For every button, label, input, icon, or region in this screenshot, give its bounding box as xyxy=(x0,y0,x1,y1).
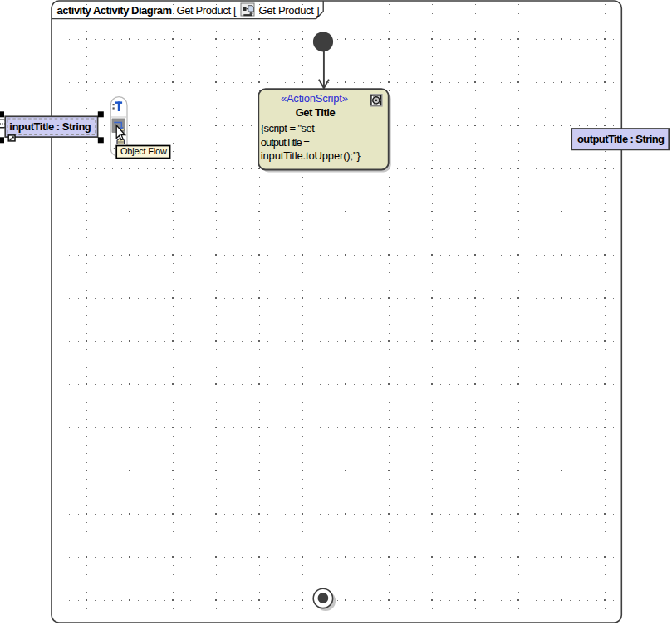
svg-text:activity Activity Diagram: activity Activity Diagram xyxy=(57,4,173,17)
svg-text:inputTitle.toUpper();"}: inputTitle.toUpper();"} xyxy=(261,149,361,162)
svg-text:Get Title: Get Title xyxy=(296,106,336,119)
svg-text:«ActionScript»: «ActionScript» xyxy=(281,92,348,105)
svg-text:outputTitle : String: outputTitle : String xyxy=(577,133,665,145)
svg-text:inputTitle : String: inputTitle : String xyxy=(9,120,91,133)
svg-text:{script = "set: {script = "set xyxy=(261,122,315,134)
svg-text:outputTitle =: outputTitle = xyxy=(261,136,310,149)
svg-text:Object Flow: Object Flow xyxy=(120,146,167,156)
svg-text:Get Product [: Get Product [ xyxy=(177,4,237,17)
svg-text:Get Product ]: Get Product ] xyxy=(259,4,320,17)
